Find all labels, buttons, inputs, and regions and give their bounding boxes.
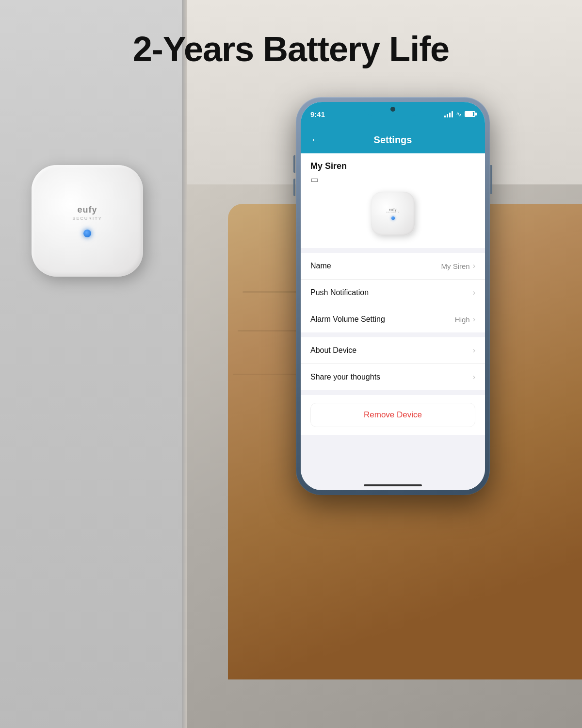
- settings-row-alarm[interactable]: Alarm Volume Setting High ›: [301, 306, 485, 332]
- settings-label-share: Share your thoughts: [310, 373, 380, 381]
- phone-outer: 9:41 ∿: [296, 97, 490, 495]
- app-header: ← Settings: [301, 126, 485, 153]
- device-thumbnail: eufy SECURITY: [371, 192, 415, 235]
- battery-icon: [465, 111, 475, 117]
- volume-down-button: [293, 179, 295, 196]
- signal-bars: [444, 111, 453, 117]
- power-button: [490, 165, 492, 194]
- device-brand: eufy: [77, 205, 97, 215]
- alarm-value: High: [455, 315, 470, 324]
- main-headline: 2-Years Battery Life: [0, 29, 582, 69]
- signal-bar-2: [447, 114, 448, 117]
- phone-screen: 9:41 ∿: [301, 102, 485, 490]
- device-card: My Siren ▭ eufy SECURITY: [301, 153, 485, 248]
- chevron-alarm: ›: [473, 315, 475, 324]
- chevron-name: ›: [473, 262, 475, 270]
- remove-device-button[interactable]: Remove Device: [310, 403, 475, 427]
- back-button[interactable]: ←: [310, 133, 321, 146]
- settings-value-push: ›: [473, 288, 475, 297]
- device-on-wall: eufy SECURITY: [32, 165, 143, 277]
- settings-row-push[interactable]: Push Notification ›: [301, 280, 485, 306]
- status-icons: ∿: [444, 110, 475, 118]
- phone-scene: 9:41 ∿: [204, 97, 582, 679]
- device-name-text: My Siren: [310, 161, 347, 171]
- thumb-sub: SECURITY: [386, 211, 400, 214]
- settings-row-share[interactable]: Share your thoughts ›: [301, 364, 485, 390]
- battery-icon-small: ▭: [310, 174, 475, 185]
- signal-bar-1: [444, 116, 446, 117]
- battery-fill: [466, 112, 473, 116]
- volume-up-button: [293, 155, 295, 173]
- signal-bar-3: [449, 113, 451, 117]
- phone-wrapper: 9:41 ∿: [296, 97, 490, 495]
- settings-value-name: My Siren ›: [441, 262, 475, 270]
- settings-row-about[interactable]: About Device ›: [301, 337, 485, 364]
- settings-value-about: ›: [473, 346, 475, 355]
- settings-value-share: ›: [473, 373, 475, 381]
- wifi-icon: ∿: [456, 110, 462, 118]
- thumb-led: [391, 216, 395, 220]
- thumb-brand: eufy: [389, 208, 397, 211]
- device-led: [83, 230, 91, 237]
- name-value: My Siren: [441, 262, 469, 270]
- settings-list: Name My Siren › Push Notification ›: [301, 253, 485, 332]
- eufy-device: eufy SECURITY: [32, 165, 143, 277]
- chevron-about: ›: [473, 346, 475, 355]
- settings-label-name: Name: [310, 262, 331, 270]
- device-name-row: My Siren: [310, 161, 475, 171]
- remove-section: Remove Device: [301, 395, 485, 435]
- wall-left-bg: [0, 0, 184, 728]
- settings-row-name[interactable]: Name My Siren ›: [301, 253, 485, 280]
- chevron-share: ›: [473, 373, 475, 381]
- wall-separator: [182, 0, 187, 728]
- settings-list-2: About Device › Share your thoughts ›: [301, 337, 485, 390]
- chevron-push: ›: [473, 288, 475, 297]
- settings-label-push: Push Notification: [310, 288, 369, 297]
- device-image-container: eufy SECURITY: [310, 187, 475, 243]
- app-content: My Siren ▭ eufy SECURITY: [301, 153, 485, 490]
- status-time: 9:41: [310, 110, 325, 118]
- device-sub: SECURITY: [72, 216, 102, 221]
- settings-value-alarm: High ›: [455, 315, 475, 324]
- settings-title: Settings: [374, 134, 412, 146]
- front-camera: [390, 107, 395, 112]
- settings-label-alarm: Alarm Volume Setting: [310, 315, 385, 324]
- home-indicator: [364, 484, 422, 486]
- signal-bar-4: [452, 111, 453, 117]
- settings-label-about: About Device: [310, 346, 356, 355]
- phone-notch: [364, 102, 422, 116]
